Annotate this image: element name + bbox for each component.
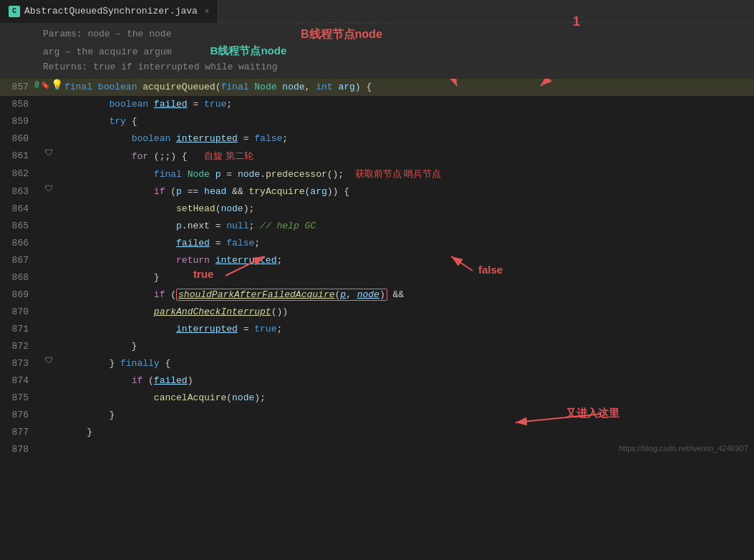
annotation-false: false (478, 264, 503, 276)
line-content-866: failed = false; (62, 235, 754, 252)
javadoc-line1: Params: node – the node (43, 27, 754, 42)
line-num-866: 866 (0, 235, 36, 252)
code-line-877: 877 } (0, 424, 754, 441)
line-num-873: 873 (0, 355, 36, 372)
code-line-868: 868 } (0, 269, 754, 286)
line-content-861: for (;;) { 自旋 第二轮 (62, 148, 754, 165)
file-tab[interactable]: C AbstractQueuedSynchronizer.java × (0, 0, 218, 23)
line-content-873: } finally { (62, 355, 754, 372)
line-num-875: 875 (0, 390, 36, 407)
tab-filename: AbstractQueuedSynchronizer.java (24, 6, 198, 16)
line-content-865: p.next = null; // help GC (62, 218, 754, 235)
code-line-869: 869 if (shouldParkAfterFailedAcquire(p, … (0, 286, 754, 304)
code-line-876: 876 } (0, 407, 754, 424)
bulb-icon[interactable]: 💡 (51, 79, 63, 91)
code-line-865: 865 p.next = null; // help GC (0, 218, 754, 235)
line-content-864: setHead(node); (62, 201, 754, 218)
annotation-true: true (193, 268, 213, 280)
line-content-871: interrupted = true; (62, 321, 754, 338)
line-num-871: 871 (0, 321, 36, 338)
code-line-860: 860 boolean interrupted = false; (0, 130, 754, 148)
code-line-871: 871 interrupted = true; (0, 321, 754, 338)
code-line-858: 858 boolean failed = true; (0, 96, 754, 113)
tab-bar: C AbstractQueuedSynchronizer.java × (0, 0, 754, 23)
code-line-875: 875 cancelAcquire(node); (0, 390, 754, 407)
annotation-enter-here: 又进入这里 (566, 407, 619, 420)
line-num-876: 876 (0, 407, 36, 424)
line-num-857: 857 (0, 79, 36, 96)
code-line-874: 874 if (failed) (0, 372, 754, 390)
line-content-867: return interrupted; (62, 252, 754, 269)
bookmark-icon: 🔖 (41, 81, 49, 90)
code-area: 857 @ 🔖 💡 final boolean acquireQueued(fi… (0, 79, 754, 458)
line-content-869: if (shouldParkAfterFailedAcquire(p, node… (62, 286, 754, 304)
shield-icon-873: 🛡 (44, 355, 53, 366)
line-num-870: 870 (0, 304, 36, 321)
line-content-860: boolean interrupted = false; (62, 130, 754, 148)
line-content-874: if (failed) (62, 372, 754, 390)
annotation-b-thread: B线程节点node (301, 27, 382, 42)
code-line-859: 859 try { (0, 113, 754, 130)
javadoc-line2: arg – the acquire argum B线程节点node (43, 42, 754, 60)
line-content-877: } (62, 424, 754, 441)
line-num-867: 867 (0, 252, 36, 269)
watermark: https://blog.csdn.net/weixin_4246907 (619, 444, 748, 453)
close-icon[interactable]: × (205, 7, 210, 16)
line-content-858: boolean failed = true; (62, 96, 754, 113)
code-line-867: 867 return interrupted; (0, 252, 754, 269)
code-line-866: 866 failed = false; (0, 235, 754, 252)
line-num-865: 865 (0, 218, 36, 235)
line-content-862: final Node p = node.predecessor(); 获取前节点… (62, 165, 754, 183)
shield-icon-861: 🛡 (44, 148, 53, 158)
line-content-857: final boolean acquireQueued(final Node n… (62, 79, 754, 96)
line-num-868: 868 (0, 269, 36, 286)
code-line-870: 870 parkAndCheckInterrupt()) (0, 304, 754, 321)
line-content-876: } (62, 407, 754, 424)
line-content-868: } (62, 269, 754, 286)
code-line-857: 857 @ 🔖 💡 final boolean acquireQueued(fi… (0, 79, 754, 96)
line-num-859: 859 (0, 113, 36, 130)
line-num-878: 878 (0, 441, 36, 458)
line-content-863: if (p == head && tryAcquire(arg)) { (62, 183, 754, 201)
line-content-870: parkAndCheckInterrupt()) (62, 304, 754, 321)
code-line-861: 861 🛡 for (;;) { 自旋 第二轮 (0, 148, 754, 165)
line-num-872: 872 (0, 338, 36, 355)
line-num-861: 861 (0, 148, 36, 165)
code-line-862: 862 final Node p = node.predecessor(); 获… (0, 165, 754, 183)
line-num-874: 874 (0, 372, 36, 390)
line-content-875: cancelAcquire(node); (62, 390, 754, 407)
line-num-858: 858 (0, 96, 36, 113)
shield-icon-863: 🛡 (44, 183, 53, 194)
line-num-862: 862 (0, 165, 36, 183)
javadoc-line3: Returns: true if interrupted while waiti… (43, 60, 754, 75)
line-num-863: 863 (0, 183, 36, 201)
code-line-863: 863 🛡 if (p == head && tryAcquire(arg)) … (0, 183, 754, 201)
code-line-873: 873 🛡 } finally { (0, 355, 754, 372)
line-content-859: try { (62, 113, 754, 130)
tab-type-icon: C (9, 6, 20, 17)
at-marker: @ (35, 81, 39, 89)
line-num-864: 864 (0, 201, 36, 218)
line-content-872: } (62, 338, 754, 355)
line-num-869: 869 (0, 286, 36, 304)
code-line-864: 864 setHead(node); (0, 201, 754, 218)
line-num-877: 877 (0, 424, 36, 441)
line-num-860: 860 (0, 130, 36, 148)
code-line-872: 872 } (0, 338, 754, 355)
annotation-1: 1 (573, 14, 580, 29)
